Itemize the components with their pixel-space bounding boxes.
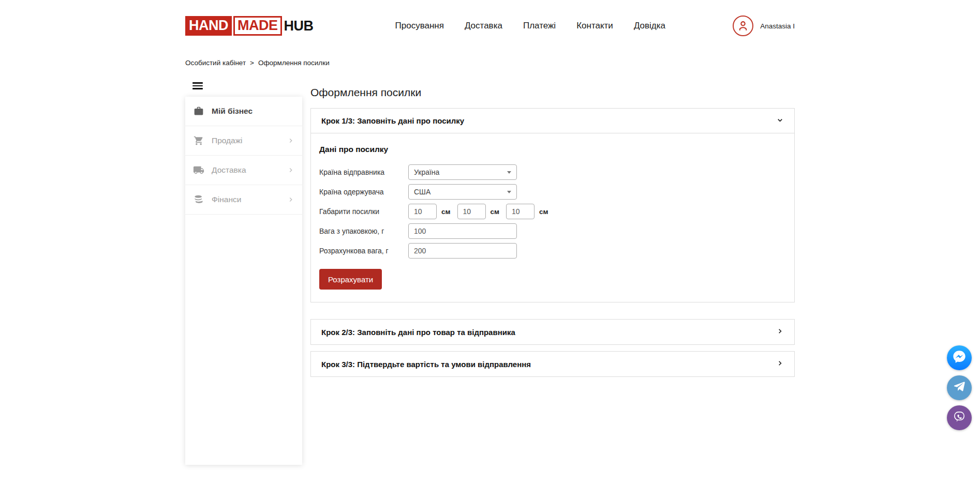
sidebar-item-delivery[interactable]: Доставка (185, 156, 302, 185)
sidebar-item-label: Доставка (212, 165, 246, 175)
calc-weight-row: Розрахункова вага, г (319, 243, 786, 259)
calc-weight-input[interactable] (408, 243, 517, 259)
recipient-country-row: Країна одержувача США (319, 184, 786, 200)
recipient-country-select[interactable]: США (408, 184, 517, 200)
sidebar-item-label: Фінанси (212, 195, 241, 204)
main-nav: Просування Доставка Платежі Контакти Дов… (395, 21, 666, 31)
step-2-card: Крок 2/3: Заповніть дані про товар та ві… (310, 319, 795, 345)
form-section-title: Дані про посилку (319, 145, 786, 154)
chevron-right-icon (287, 137, 294, 144)
page: HAND MADE HUB Просування Доставка Платеж… (0, 0, 980, 485)
sender-country-row: Країна відправника Україна (319, 164, 786, 180)
nav-item-payments[interactable]: Платежі (523, 21, 556, 31)
chevron-right-icon (776, 359, 784, 369)
dimension-unit: см (539, 208, 548, 216)
breadcrumb-current: Оформлення посилки (258, 59, 330, 67)
dimensions-label: Габарити посилки (319, 207, 408, 216)
weight-row: Вага з упаковкою, г (319, 223, 786, 239)
weight-input[interactable] (408, 223, 517, 239)
dimensions-row: Габарити посилки см см см (319, 204, 786, 219)
step-1-card: Крок 1/3: Заповніть дані про посилку Дан… (310, 108, 795, 302)
user-name: Anastasia I (760, 22, 795, 30)
nav-item-contacts[interactable]: Контакти (576, 21, 613, 31)
calculate-button[interactable]: Розрахувати (319, 269, 382, 290)
messenger-icon (952, 350, 967, 366)
sidebar-item-finances[interactable]: Фінанси (185, 185, 302, 215)
cart-icon (193, 135, 204, 146)
nav-item-promotion[interactable]: Просування (395, 21, 444, 31)
main-content: Оформлення посилки Крок 1/3: Заповніть д… (310, 82, 795, 377)
coins-icon (193, 194, 204, 205)
dimension-unit: см (491, 208, 500, 216)
nav-item-help[interactable]: Довідка (634, 21, 665, 31)
sender-country-value: Україна (414, 168, 439, 176)
dimension-unit: см (441, 208, 451, 216)
dimension-length-input[interactable] (408, 204, 437, 219)
sidebar: Мій бізнес Продажі Доставка (185, 82, 302, 465)
nav-item-delivery[interactable]: Доставка (465, 21, 502, 31)
breadcrumb: Особистий кабінет > Оформлення посилки (185, 59, 795, 67)
truck-icon (193, 164, 204, 176)
select-arrow-icon (507, 191, 511, 193)
dimension-width-input[interactable] (457, 204, 486, 219)
step-3-header[interactable]: Крок 3/3: Підтвердьте вартість та умови … (311, 352, 794, 376)
sender-country-select[interactable]: Україна (408, 164, 517, 180)
sidebar-item-my-business[interactable]: Мій бізнес (185, 97, 302, 126)
step-1-title: Крок 1/3: Заповніть дані про посилку (321, 116, 464, 125)
chevron-right-icon (776, 327, 784, 337)
social-stack (947, 345, 972, 430)
sidebar-card: Мій бізнес Продажі Доставка (185, 97, 302, 465)
chevron-down-icon (776, 116, 784, 126)
sidebar-item-label: Продажі (212, 136, 243, 145)
sidebar-item-label: Мій бізнес (212, 107, 253, 116)
user-menu[interactable]: Anastasia I (733, 16, 795, 36)
chevron-right-icon (287, 166, 294, 174)
top-header: HAND MADE HUB Просування Доставка Платеж… (0, 0, 980, 52)
step-1-header[interactable]: Крок 1/3: Заповніть дані про посилку (311, 109, 794, 133)
chevron-right-icon (287, 196, 294, 203)
messenger-button[interactable] (947, 345, 972, 370)
step-2-header[interactable]: Крок 2/3: Заповніть дані про товар та ві… (311, 320, 794, 344)
handmade-hub-logo[interactable]: HAND MADE HUB (185, 16, 314, 36)
sidebar-item-sales[interactable]: Продажі (185, 126, 302, 156)
menu-icon[interactable] (192, 82, 203, 89)
step-3-title: Крок 3/3: Підтвердьте вартість та умови … (321, 360, 531, 369)
logo-made: MADE (233, 16, 282, 36)
breadcrumb-separator: > (250, 59, 254, 67)
logo-hub: HUB (284, 18, 314, 34)
recipient-country-value: США (414, 188, 430, 196)
sender-country-label: Країна відправника (319, 168, 408, 176)
calc-weight-label: Розрахункова вага, г (319, 247, 408, 255)
step-2-title: Крок 2/3: Заповніть дані про товар та ві… (321, 328, 515, 337)
breadcrumb-home[interactable]: Особистий кабінет (185, 59, 246, 67)
select-arrow-icon (507, 171, 511, 174)
step-3-card: Крок 3/3: Підтвердьте вартість та умови … (310, 351, 795, 377)
logo-hand: HAND (185, 16, 232, 36)
page-title: Оформлення посилки (310, 86, 795, 99)
briefcase-icon (193, 105, 204, 117)
user-avatar-icon (733, 16, 753, 36)
weight-label: Вага з упаковкою, г (319, 227, 408, 235)
recipient-country-label: Країна одержувача (319, 188, 408, 196)
telegram-button[interactable] (947, 375, 972, 400)
step-1-body: Дані про посилку Країна відправника Укра… (311, 133, 794, 302)
dimension-height-input[interactable] (506, 204, 534, 219)
viber-button[interactable] (947, 405, 972, 430)
telegram-icon (953, 380, 966, 396)
viber-icon (952, 410, 967, 426)
